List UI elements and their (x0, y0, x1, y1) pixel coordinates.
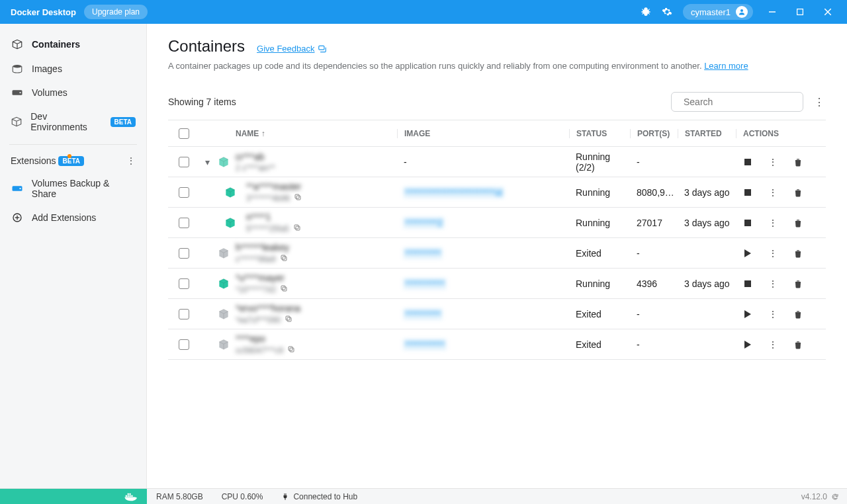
table-row[interactable]: n****1 5******25fa5 *********2 Running 2… (168, 208, 826, 238)
sidebar-item-images[interactable]: Images (0, 57, 146, 81)
copy-icon[interactable] (280, 284, 288, 294)
copy-icon[interactable] (287, 345, 295, 355)
row-checkbox[interactable] (179, 218, 189, 228)
content-area: Containers Give Feedback A container pac… (147, 24, 847, 488)
ports-cell: - (630, 157, 678, 167)
svg-rect-28 (287, 317, 291, 321)
window-minimize-button[interactable] (758, 0, 786, 24)
svg-rect-32 (126, 495, 127, 496)
search-field[interactable] (684, 97, 799, 107)
sidebar-item-volumes-backup-share[interactable]: Volumes Backup & Share (0, 171, 146, 206)
row-checkbox[interactable] (179, 248, 189, 259)
image-cell[interactable]: ********** (397, 309, 569, 319)
whale-status-icon[interactable] (0, 489, 147, 504)
ports-cell: 8080,9… (630, 187, 678, 198)
dev-icon (11, 116, 22, 128)
col-image[interactable]: IMAGE (397, 129, 569, 138)
row-checkbox[interactable] (179, 309, 189, 319)
row-checkbox[interactable] (179, 187, 189, 198)
stop-button[interactable] (742, 157, 753, 167)
copy-icon[interactable] (293, 224, 301, 233)
copy-icon[interactable] (294, 193, 302, 203)
row-menu-button[interactable]: ⋮ (768, 339, 778, 350)
copy-icon[interactable] (280, 254, 288, 264)
bug-icon[interactable] (639, 5, 653, 19)
row-checkbox[interactable] (179, 278, 189, 289)
row-checkbox[interactable] (179, 157, 189, 167)
sidebar-item-dev-environments[interactable]: Dev EnvironmentsBETA (0, 105, 146, 139)
table-row[interactable]: *u****mayer *10*****7d2 *********** Runn… (168, 269, 826, 299)
status-cell: Running (569, 187, 630, 198)
extensions-label: Extensions (11, 155, 56, 166)
table-row[interactable]: *ervo****horana *ea7cf***090 ********** … (168, 299, 826, 329)
delete-button[interactable] (793, 309, 803, 319)
start-button[interactable] (742, 309, 753, 319)
svg-rect-30 (290, 348, 294, 352)
row-menu-button[interactable]: ⋮ (768, 157, 778, 167)
stop-button[interactable] (742, 218, 753, 228)
row-checkbox[interactable] (179, 339, 189, 350)
row-menu-button[interactable]: ⋮ (768, 187, 778, 198)
row-menu-button[interactable]: ⋮ (768, 278, 778, 289)
search-input[interactable] (671, 92, 803, 112)
start-button[interactable] (742, 339, 753, 350)
gear-icon[interactable] (660, 5, 674, 19)
image-cell[interactable]: ********** (397, 248, 569, 259)
stop-button[interactable] (742, 187, 753, 198)
list-options-button[interactable]: ⋮ (813, 96, 826, 108)
plug-icon (281, 493, 289, 501)
window-maximize-button[interactable] (786, 0, 814, 24)
delete-button[interactable] (793, 339, 803, 350)
give-feedback-link[interactable]: Give Feedback (257, 44, 326, 54)
table-row[interactable]: ▾ cr***ab 2 c****ain** - Running (2/2) -… (168, 147, 826, 177)
upgrade-plan-button[interactable]: Upgrade plan (84, 5, 148, 19)
row-menu-button[interactable]: ⋮ (768, 309, 778, 319)
sidebar-item-volumes[interactable]: Volumes (0, 81, 146, 105)
svg-rect-36 (129, 493, 130, 494)
page-description: A container packages up code and its dep… (168, 61, 826, 71)
delete-button[interactable] (793, 187, 803, 198)
user-menu[interactable]: cymaster1 (683, 4, 753, 20)
col-name[interactable]: NAME ↑ (233, 129, 397, 138)
image-cell[interactable]: *************************st (397, 187, 569, 198)
start-button[interactable] (742, 248, 753, 259)
image-cell[interactable]: - (397, 157, 569, 167)
svg-point-0 (740, 9, 743, 12)
row-menu-button[interactable]: ⋮ (768, 248, 778, 259)
image-cell[interactable]: *********2 (397, 218, 569, 228)
table-row[interactable]: ****epo cc56047***c9 *********** Exited … (168, 329, 826, 360)
window-close-button[interactable] (814, 0, 842, 24)
image-cell[interactable]: *********** (397, 278, 569, 289)
image-cell[interactable]: *********** (397, 339, 569, 350)
extensions-menu-button[interactable]: ⋮ (126, 155, 136, 166)
stop-button[interactable] (742, 278, 753, 289)
copy-icon[interactable] (285, 315, 292, 325)
status-cell: Exited (569, 339, 630, 350)
version-label: v4.12.0 (801, 492, 847, 501)
sidebar-item-add-extensions[interactable]: Add Extensions (0, 206, 146, 230)
col-status[interactable]: STATUS (569, 129, 630, 138)
delete-button[interactable] (793, 218, 803, 228)
table-row[interactable]: h******leakey c******98a9 ********** Exi… (168, 238, 826, 269)
container-name: n****1 (246, 212, 397, 222)
delete-button[interactable] (793, 278, 803, 289)
container-icon (217, 155, 230, 169)
container-id: 5******25fa5 (246, 224, 397, 233)
svg-point-5 (13, 65, 22, 68)
learn-more-link[interactable]: Learn more (704, 61, 748, 71)
col-started[interactable]: STARTED (678, 129, 736, 138)
sidebar-item-containers[interactable]: Containers (0, 32, 146, 57)
table-row[interactable]: **a****master 3*******4b96 *************… (168, 177, 826, 208)
cpu-status: CPU 0.60% (212, 492, 273, 501)
chevron-down-icon[interactable]: ▾ (205, 157, 210, 167)
status-cell: Running (569, 218, 630, 228)
ports-cell: - (630, 339, 678, 350)
refresh-icon[interactable] (831, 493, 839, 501)
svg-rect-31 (289, 347, 292, 351)
row-menu-button[interactable]: ⋮ (768, 218, 778, 228)
select-all-checkbox[interactable] (179, 128, 189, 139)
delete-button[interactable] (793, 157, 803, 167)
status-cell: Running (569, 278, 630, 289)
col-ports[interactable]: PORT(S) (630, 129, 678, 138)
delete-button[interactable] (793, 248, 803, 259)
